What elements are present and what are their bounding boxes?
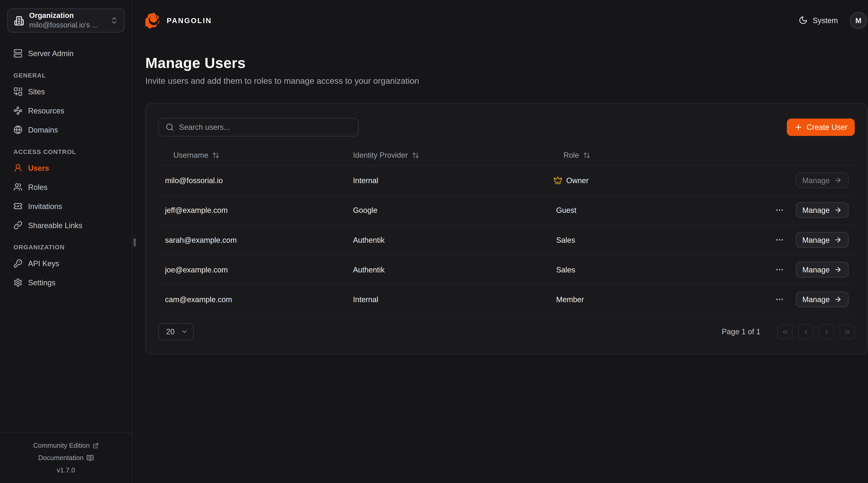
table-row: sarah@example.com Authentik Sales Manage (158, 225, 855, 255)
cell-username: milo@fossorial.io (158, 176, 346, 184)
sidebar-item-resources[interactable]: Resources (7, 102, 125, 119)
sort-icon (583, 152, 590, 159)
page-title: Manage Users (145, 55, 866, 72)
cell-identity-provider: Authentik (346, 235, 550, 244)
cell-identity-provider: Authentik (346, 265, 550, 274)
sites-combine-icon (13, 87, 23, 96)
first-page-button[interactable] (777, 324, 793, 339)
org-selector-value: milo@fossorial.io's ... (29, 21, 110, 30)
cell-username: joe@example.com (158, 265, 346, 274)
gear-icon (13, 278, 23, 287)
app-version: v1.7.0 (0, 464, 132, 476)
chevron-left-icon (802, 328, 809, 336)
arrow-right-icon (834, 295, 842, 303)
last-page-button[interactable] (840, 324, 855, 339)
ticket-check-icon (13, 202, 23, 211)
row-actions-menu-button[interactable] (773, 292, 786, 306)
table-header-row: Username Identity Provider Role (158, 145, 855, 166)
sidebar-item-domains[interactable]: Domains (7, 121, 125, 138)
sidebar-item-users[interactable]: Users (7, 160, 125, 176)
documentation-link[interactable]: Documentation (0, 452, 132, 464)
manage-button[interactable]: Manage (796, 262, 848, 278)
sort-icon (212, 152, 220, 159)
top-bar: PANGOLIN System M (132, 0, 868, 40)
avatar[interactable]: M (850, 12, 867, 28)
search-box (158, 118, 359, 137)
cell-role: Guest (550, 206, 746, 214)
app-window: Organization milo@fossorial.io's ... Ser… (0, 0, 868, 483)
screen: Organization milo@fossorial.io's ... Ser… (0, 0, 868, 483)
create-user-button[interactable]: Create User (787, 118, 855, 136)
chevron-right-icon (823, 328, 830, 336)
sidebar-item-api-keys[interactable]: API Keys (7, 255, 125, 272)
waypoints-icon (13, 106, 23, 115)
sidebar-nav: Server Admin GENERAL Sites Resources Dom… (0, 45, 132, 291)
page-subtitle: Invite users and add them to roles to ma… (145, 76, 866, 85)
cell-username: sarah@example.com (158, 235, 346, 244)
page-size-select[interactable]: 20 (158, 323, 194, 340)
pagination-status: Page 1 of 1 (722, 328, 761, 336)
next-page-button[interactable] (819, 324, 834, 339)
table-row: joe@example.com Authentik Sales Manage (158, 255, 855, 285)
cell-identity-provider: Internal (346, 295, 550, 304)
book-open-icon (86, 454, 94, 461)
arrow-right-icon (834, 266, 842, 274)
server-icon (13, 49, 23, 58)
row-actions-menu-button[interactable] (773, 263, 786, 277)
crown-icon (553, 176, 562, 185)
building-icon (14, 16, 24, 26)
section-label-organization: ORGANIZATION (13, 244, 119, 251)
section-label-access-control: ACCESS CONTROL (13, 148, 119, 155)
globe-icon (13, 125, 23, 134)
sidebar-item-roles[interactable]: Roles (7, 179, 125, 195)
users-icon (13, 182, 23, 192)
sidebar-item-sites[interactable]: Sites (7, 83, 125, 100)
manage-button[interactable]: Manage (796, 173, 848, 188)
brand-name: PANGOLIN (167, 16, 212, 24)
previous-page-button[interactable] (798, 324, 813, 339)
table-row: cam@example.com Internal Member Manage (158, 285, 855, 314)
cell-role: Sales (550, 265, 746, 274)
manage-button[interactable]: Manage (796, 232, 848, 248)
arrow-right-icon (834, 176, 842, 184)
cell-identity-provider: Google (346, 206, 550, 214)
user-icon (13, 164, 23, 173)
cell-identity-provider: Internal (346, 176, 550, 184)
chevrons-up-down-icon (110, 16, 118, 25)
key-icon (13, 259, 23, 268)
arrow-right-icon (834, 206, 842, 214)
sidebar-item-shareable-links[interactable]: Shareable Links (7, 217, 125, 234)
section-label-general: GENERAL (13, 72, 119, 79)
pangolin-logo-icon (145, 12, 162, 29)
main-area: PANGOLIN System M Manage Users Invite us… (132, 0, 868, 483)
chevron-down-icon (181, 328, 188, 335)
sort-icon (412, 152, 419, 159)
column-header-username[interactable]: Username (158, 151, 346, 160)
sidebar-item-server-admin[interactable]: Server Admin (7, 45, 125, 62)
link-icon (13, 221, 23, 230)
search-input[interactable] (179, 123, 351, 131)
cell-username: cam@example.com (158, 295, 346, 304)
column-header-role[interactable]: Role (550, 151, 746, 160)
manage-button[interactable]: Manage (796, 202, 848, 218)
sidebar-item-invitations[interactable]: Invitations (7, 198, 125, 215)
cell-role: Member (550, 295, 746, 304)
community-edition-link[interactable]: Community Edition (0, 439, 132, 452)
row-actions-menu-button[interactable] (773, 233, 786, 247)
org-selector[interactable]: Organization milo@fossorial.io's ... (7, 8, 125, 32)
plus-icon (794, 123, 803, 131)
table-row: jeff@example.com Google Guest Manage (158, 195, 855, 225)
moon-icon (799, 16, 808, 25)
cell-role: Owner (550, 176, 746, 185)
chevrons-right-icon (843, 328, 851, 336)
column-header-identity-provider[interactable]: Identity Provider (346, 151, 550, 160)
external-link-icon (93, 442, 99, 449)
sidebar: Organization milo@fossorial.io's ... Ser… (0, 0, 132, 483)
row-actions-menu-button[interactable] (773, 203, 786, 217)
theme-toggle[interactable]: System (799, 16, 838, 25)
sidebar-item-settings[interactable]: Settings (7, 274, 125, 291)
sidebar-footer: Community Edition Documentation v1.7.0 (0, 432, 132, 483)
chevrons-left-icon (781, 328, 789, 336)
manage-button[interactable]: Manage (796, 291, 848, 307)
brand-logo[interactable]: PANGOLIN (145, 12, 212, 29)
